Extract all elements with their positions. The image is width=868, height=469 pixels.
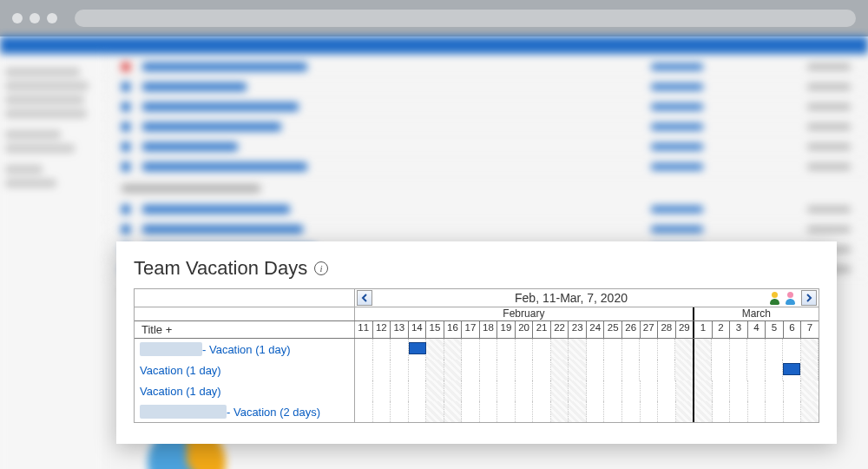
day-header-cell: 27 (641, 321, 659, 338)
gantt-cell (516, 339, 534, 360)
person-icon[interactable] (784, 291, 798, 305)
day-header-cell: 20 (516, 321, 534, 338)
gantt-cell (801, 360, 819, 380)
gantt-cell (444, 401, 463, 422)
prev-button[interactable] (357, 290, 372, 306)
gantt-cell (462, 339, 480, 360)
gantt-cell (444, 380, 463, 401)
day-header-cell: 18 (480, 321, 498, 338)
day-header-cell: 26 (622, 321, 641, 338)
row-cells (355, 339, 819, 360)
gantt-cell (694, 360, 713, 380)
gantt-cell (462, 360, 480, 380)
gantt-cell (516, 380, 534, 401)
day-header-cell: 3 (730, 321, 748, 338)
day-header-cell: 29 (676, 321, 695, 338)
gantt-cell (622, 339, 641, 360)
gantt-cell (533, 339, 551, 360)
row-title[interactable]: - Vacation (2 days) (135, 401, 355, 422)
people-icons[interactable] (768, 291, 798, 305)
gantt-cell (516, 401, 534, 422)
gantt-cell (409, 401, 427, 422)
row-title[interactable]: - Vacation (1 day) (135, 339, 355, 360)
gantt-cell (622, 360, 641, 380)
gantt-cell (587, 401, 605, 422)
gantt-cell (641, 380, 659, 401)
row-title[interactable]: Vacation (1 day) (135, 380, 355, 401)
gantt-cell (391, 360, 409, 380)
gantt-cell (730, 339, 748, 360)
vacation-bar[interactable] (409, 342, 427, 354)
dot (47, 13, 57, 23)
gantt-cell (748, 380, 766, 401)
gantt-cell (480, 401, 498, 422)
gantt-cell (622, 380, 641, 401)
gantt-cell (409, 360, 427, 380)
gantt-cell (355, 360, 373, 380)
gantt-cell (462, 380, 480, 401)
gantt-cell (426, 380, 444, 401)
vacation-bar[interactable] (783, 363, 801, 375)
gantt-cell (604, 339, 622, 360)
gantt-cell (497, 380, 516, 401)
gantt-cell (426, 401, 444, 422)
gantt-cell (480, 360, 498, 380)
day-header-cell: 21 (533, 321, 551, 338)
next-button[interactable] (801, 290, 817, 306)
gantt-cell (730, 401, 748, 422)
row-label: - Vacation (2 days) (227, 406, 320, 419)
gantt-cell (747, 339, 766, 360)
gantt-cell (497, 401, 516, 422)
gantt-cell (444, 339, 463, 360)
day-header-cell: 14 (409, 321, 427, 338)
gantt-cell (551, 401, 569, 422)
gantt-cell (355, 380, 373, 401)
row-title[interactable]: Vacation (1 day) (135, 360, 355, 380)
gantt-cell (640, 339, 658, 360)
day-header-cell: 5 (766, 321, 784, 338)
month-label: February (355, 307, 694, 320)
day-header-cell: 4 (748, 321, 766, 338)
gantt-cell (533, 401, 551, 422)
row-cells (355, 380, 819, 401)
gantt-cell (766, 380, 784, 401)
gantt-cell (444, 360, 463, 380)
gantt-cell (551, 380, 569, 401)
window-dots (12, 13, 57, 23)
gantt-cell (551, 360, 569, 380)
gantt-cell (533, 380, 551, 401)
gantt-cell (694, 339, 713, 360)
month-label: March (694, 307, 819, 320)
gantt-cell (694, 401, 713, 422)
gantt-cell (373, 401, 391, 422)
gantt-cell (801, 380, 819, 401)
row-cells (355, 360, 819, 380)
gantt-cell (604, 360, 622, 380)
gantt-cell (675, 339, 694, 360)
url-bar[interactable] (75, 10, 856, 27)
gantt-cell (694, 380, 713, 401)
month-header: February March (135, 307, 819, 321)
gantt-cell (784, 401, 802, 422)
gantt-cell (730, 380, 748, 401)
gantt-cell (569, 339, 587, 360)
title-column-header[interactable]: Title + (135, 321, 355, 338)
person-icon[interactable] (768, 291, 782, 305)
info-icon[interactable]: i (314, 261, 328, 275)
gantt-cell (462, 401, 480, 422)
day-header-cell: 13 (391, 321, 409, 338)
gantt-cell (391, 401, 409, 422)
dot (30, 13, 40, 23)
gantt-cell (426, 360, 444, 380)
gantt-cell (497, 360, 516, 380)
redacted-name (140, 405, 227, 419)
card-title: Team Vacation Days i (134, 257, 819, 280)
row-label: Vacation (1 day) (140, 364, 221, 377)
vacation-gantt-card: Team Vacation Days i Feb, 11-Mar, 7, 202… (116, 241, 837, 444)
gantt-cell (569, 360, 587, 380)
gantt-cell (604, 401, 622, 422)
gantt-row: Vacation (1 day) (135, 360, 819, 380)
day-header-cell: 23 (569, 321, 587, 338)
gantt-cell (569, 380, 587, 401)
day-header-cell: 7 (801, 321, 819, 338)
